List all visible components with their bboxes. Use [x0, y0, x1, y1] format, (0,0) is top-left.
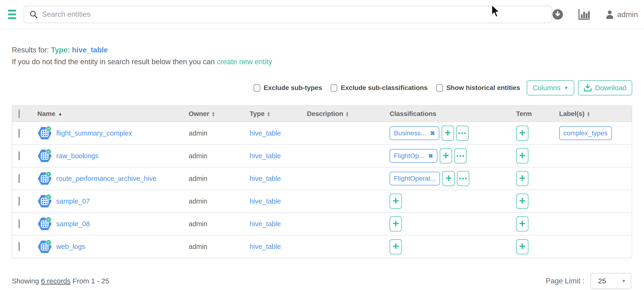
- row-checkbox[interactable]: [18, 242, 20, 251]
- row-select-cell: [12, 190, 34, 213]
- checkbox-exclude-sub-classifications[interactable]: [330, 84, 337, 92]
- more-classifications-button[interactable]: ●●●: [456, 126, 468, 141]
- results-prefix: Results for:: [12, 46, 49, 54]
- filter-show-historical-entities[interactable]: Show historical entities: [436, 84, 520, 92]
- term-cell: +: [512, 235, 555, 258]
- column-header-owner[interactable]: Owner▲▼: [185, 106, 246, 122]
- owner-cell: admin: [185, 145, 246, 167]
- labels-cell: [555, 235, 632, 258]
- download-button[interactable]: Download: [578, 80, 632, 95]
- caret-down-icon: ▼: [621, 279, 626, 284]
- select-all-checkbox[interactable]: [18, 109, 20, 118]
- column-header-type[interactable]: Type▲▼: [246, 106, 303, 122]
- filter-type-value: hive_table: [72, 46, 108, 54]
- select-all-header: [12, 106, 34, 122]
- label-chip[interactable]: complex_types: [559, 126, 612, 140]
- checkbox-label: Exclude sub-types: [264, 84, 322, 92]
- row-checkbox[interactable]: [18, 151, 20, 160]
- caret-down-icon: ▼: [564, 85, 568, 90]
- entity-name-link[interactable]: flight_summary_complex: [56, 129, 132, 137]
- add-classification-button[interactable]: +: [442, 171, 455, 186]
- checkbox-exclude-sub-types[interactable]: [254, 84, 260, 92]
- type-cell: hive_table: [246, 122, 303, 145]
- entity-name-link[interactable]: raw_bookings: [56, 152, 98, 160]
- classification-badge-icon: [46, 217, 51, 222]
- labels-cell: [555, 213, 632, 235]
- classification-chip[interactable]: FlightOperat...: [390, 172, 440, 185]
- add-term-button[interactable]: +: [516, 148, 528, 163]
- row-checkbox[interactable]: [18, 129, 20, 138]
- term-cell: +: [512, 190, 555, 213]
- description-cell: [303, 235, 386, 258]
- row-select-cell: [12, 213, 34, 235]
- entity-type-link[interactable]: hive_table: [250, 129, 281, 137]
- classification-chip[interactable]: FlightOp... ✖: [390, 149, 437, 163]
- add-term-button[interactable]: +: [516, 216, 528, 232]
- entity-type-link[interactable]: hive_table: [250, 175, 281, 182]
- row-checkbox[interactable]: [18, 219, 20, 228]
- table-row: sample_08 admin hive_table + +: [12, 213, 632, 235]
- entity-name-link[interactable]: sample_07: [56, 197, 90, 205]
- type-cell: hive_table: [246, 190, 303, 213]
- add-classification-button[interactable]: +: [390, 239, 402, 254]
- hive-table-entity-icon: [37, 240, 52, 254]
- remove-classification-icon[interactable]: ✖: [428, 153, 433, 159]
- more-classifications-button[interactable]: ●●●: [454, 148, 467, 163]
- add-classification-button[interactable]: +: [390, 194, 402, 209]
- classification-chip[interactable]: Business... ✖: [390, 126, 439, 140]
- menu-icon[interactable]: [8, 10, 18, 19]
- hive-table-entity-icon: [37, 149, 52, 163]
- type-cell: hive_table: [246, 235, 303, 258]
- topbar-icons: admin: [552, 8, 638, 20]
- records-count-link[interactable]: 6 records: [41, 277, 70, 285]
- row-checkbox[interactable]: [18, 197, 20, 206]
- add-classification-button[interactable]: +: [442, 126, 454, 141]
- classifications-cell: +: [386, 235, 512, 258]
- classifications-cell: Business... ✖ +●●●: [386, 122, 512, 145]
- add-term-button[interactable]: +: [516, 171, 528, 186]
- entity-type-link[interactable]: hive_table: [250, 220, 281, 228]
- filter-exclude-sub-classifications[interactable]: Exclude sub-classifications: [330, 84, 428, 92]
- classification-badge-icon: [46, 171, 51, 177]
- entity-type-link[interactable]: hive_table: [250, 152, 281, 160]
- filter-type-label: Type:: [51, 46, 70, 54]
- classification-badge-icon: [46, 194, 51, 199]
- description-cell: [303, 145, 386, 167]
- filter-exclude-sub-types[interactable]: Exclude sub-types: [254, 84, 322, 92]
- statistics-icon[interactable]: [578, 8, 591, 20]
- column-header-label-s[interactable]: Label(s)▲▼: [555, 106, 632, 122]
- name-cell: flight_summary_complex: [34, 122, 185, 145]
- create-new-entity-link[interactable]: create new entity: [217, 58, 272, 66]
- search-input[interactable]: [42, 10, 546, 19]
- add-term-button[interactable]: +: [516, 239, 528, 254]
- row-checkbox[interactable]: [18, 174, 20, 183]
- owner-cell: admin: [185, 122, 246, 145]
- column-header-name[interactable]: Name▲: [34, 106, 185, 122]
- description-cell: [303, 122, 386, 145]
- sort-icon: ▲▼: [587, 111, 590, 117]
- page-limit-select[interactable]: 25 ▼: [590, 273, 631, 289]
- import-export-icon[interactable]: [552, 9, 564, 20]
- table-row: flight_summary_complex admin hive_table …: [12, 122, 632, 145]
- columns-button[interactable]: Columns ▼: [527, 80, 574, 95]
- showing-prefix: Showing: [12, 277, 39, 285]
- checkbox-show-historical-entities[interactable]: [436, 84, 443, 92]
- add-classification-button[interactable]: +: [440, 148, 452, 163]
- add-term-button[interactable]: +: [516, 194, 528, 209]
- row-select-cell: [12, 167, 34, 190]
- column-header-description[interactable]: Description▲▼: [303, 106, 386, 122]
- user-menu[interactable]: admin: [606, 10, 638, 19]
- entity-name-link[interactable]: web_logs: [56, 243, 85, 251]
- entity-name-link[interactable]: sample_08: [56, 220, 90, 228]
- add-classification-button[interactable]: +: [390, 216, 402, 232]
- add-term-button[interactable]: +: [516, 126, 528, 141]
- entity-name-link[interactable]: route_performance_archive_hive: [56, 175, 156, 183]
- search-box[interactable]: [24, 6, 552, 23]
- column-header-classifications: Classifications: [386, 106, 512, 122]
- entity-type-link[interactable]: hive_table: [250, 243, 281, 250]
- more-classifications-button[interactable]: ●●●: [457, 171, 469, 186]
- remove-classification-icon[interactable]: ✖: [430, 130, 435, 137]
- term-cell: +: [512, 122, 555, 145]
- entity-type-link[interactable]: hive_table: [250, 197, 281, 205]
- labels-cell: [555, 167, 632, 190]
